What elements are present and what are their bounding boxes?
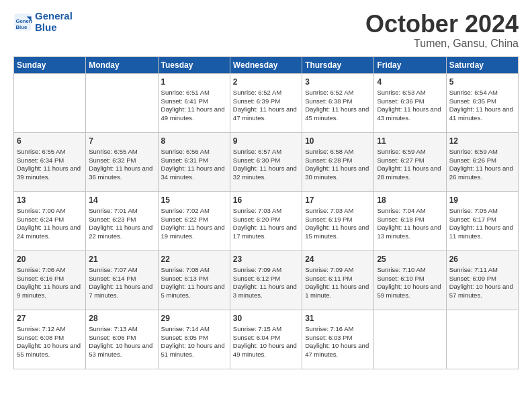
sunrise-text: Sunrise: 7:13 AM xyxy=(89,325,137,332)
header-row: Sunday Monday Tuesday Wednesday Thursday… xyxy=(14,56,519,73)
day-number: 12 xyxy=(449,136,515,146)
sunset-text: Sunset: 6:26 PM xyxy=(449,156,496,164)
sunrise-text: Sunrise: 6:58 AM xyxy=(305,148,353,155)
day-number: 26 xyxy=(449,254,515,265)
sunrise-text: Sunrise: 6:52 AM xyxy=(305,89,353,96)
daylight-text: Daylight: 11 hours and 15 minutes. xyxy=(305,224,369,240)
sunset-text: Sunset: 6:36 PM xyxy=(377,97,424,105)
logo-icon: General Blue xyxy=(13,13,32,32)
sunrise-text: Sunrise: 7:16 AM xyxy=(305,325,353,332)
cell-w5-d3: 29Sunrise: 7:14 AMSunset: 6:05 PMDayligh… xyxy=(158,310,230,369)
logo: General Blue General Blue xyxy=(13,11,73,33)
cell-w1-d6: 4Sunrise: 6:53 AMSunset: 6:36 PMDaylight… xyxy=(374,73,446,132)
cell-w1-d2 xyxy=(86,73,158,132)
col-thursday: Thursday xyxy=(302,56,374,73)
sunset-text: Sunset: 6:22 PM xyxy=(161,216,208,223)
sunrise-text: Sunrise: 7:06 AM xyxy=(17,266,65,273)
cell-w5-d7 xyxy=(446,310,518,369)
week-row-5: 27Sunrise: 7:12 AMSunset: 6:08 PMDayligh… xyxy=(14,310,519,369)
sunrise-text: Sunrise: 6:57 AM xyxy=(233,148,281,155)
logo-general-label: General xyxy=(35,11,73,22)
sunrise-text: Sunrise: 6:55 AM xyxy=(89,148,137,155)
week-row-2: 6Sunrise: 6:55 AMSunset: 6:34 PMDaylight… xyxy=(14,132,519,191)
daylight-text: Daylight: 11 hours and 47 minutes. xyxy=(233,105,297,122)
sunrise-text: Sunrise: 7:00 AM xyxy=(17,207,65,214)
cell-w5-d6 xyxy=(374,310,446,369)
sunset-text: Sunset: 6:24 PM xyxy=(17,216,64,223)
cell-w2-d2: 7Sunrise: 6:55 AMSunset: 6:32 PMDaylight… xyxy=(86,132,158,191)
daylight-text: Daylight: 10 hours and 59 minutes. xyxy=(377,283,441,299)
day-number: 17 xyxy=(305,195,371,205)
day-number: 6 xyxy=(17,136,83,146)
day-number: 19 xyxy=(449,195,515,205)
cell-w2-d7: 12Sunrise: 6:59 AMSunset: 6:26 PMDayligh… xyxy=(446,132,518,191)
svg-text:Blue: Blue xyxy=(16,24,28,30)
daylight-text: Daylight: 11 hours and 1 minute. xyxy=(305,283,369,299)
sunrise-text: Sunrise: 7:15 AM xyxy=(233,325,281,332)
sunset-text: Sunset: 6:09 PM xyxy=(449,275,496,282)
sunset-text: Sunset: 6:10 PM xyxy=(377,275,424,282)
daylight-text: Daylight: 11 hours and 34 minutes. xyxy=(161,165,225,181)
cell-w3-d6: 18Sunrise: 7:04 AMSunset: 6:18 PMDayligh… xyxy=(374,191,446,250)
daylight-text: Daylight: 11 hours and 26 minutes. xyxy=(449,165,513,181)
cell-w3-d4: 16Sunrise: 7:03 AMSunset: 6:20 PMDayligh… xyxy=(230,191,302,250)
cell-w2-d3: 8Sunrise: 6:56 AMSunset: 6:31 PMDaylight… xyxy=(158,132,230,191)
daylight-text: Daylight: 11 hours and 49 minutes. xyxy=(161,105,225,122)
daylight-text: Daylight: 11 hours and 43 minutes. xyxy=(377,105,441,122)
day-number: 8 xyxy=(161,136,227,146)
day-number: 15 xyxy=(161,195,227,205)
daylight-text: Daylight: 11 hours and 30 minutes. xyxy=(305,165,369,181)
day-number: 9 xyxy=(233,136,299,146)
daylight-text: Daylight: 10 hours and 57 minutes. xyxy=(449,283,513,299)
day-number: 27 xyxy=(17,313,83,324)
sunset-text: Sunset: 6:27 PM xyxy=(377,156,424,164)
daylight-text: Daylight: 11 hours and 7 minutes. xyxy=(89,283,152,299)
week-row-3: 13Sunrise: 7:00 AMSunset: 6:24 PMDayligh… xyxy=(14,191,519,250)
sunrise-text: Sunrise: 7:12 AM xyxy=(17,325,65,332)
sunrise-text: Sunrise: 7:07 AM xyxy=(89,266,137,273)
cell-w2-d4: 9Sunrise: 6:57 AMSunset: 6:30 PMDaylight… xyxy=(230,132,302,191)
col-saturday: Saturday xyxy=(446,56,518,73)
day-number: 3 xyxy=(305,77,371,87)
daylight-text: Daylight: 11 hours and 9 minutes. xyxy=(17,283,81,299)
sunset-text: Sunset: 6:05 PM xyxy=(161,334,208,341)
cell-w4-d1: 20Sunrise: 7:06 AMSunset: 6:16 PMDayligh… xyxy=(14,250,86,310)
day-number: 2 xyxy=(233,77,299,87)
page: General Blue General Blue October 2024 T… xyxy=(0,0,532,411)
sunrise-text: Sunrise: 7:04 AM xyxy=(377,207,425,214)
daylight-text: Daylight: 11 hours and 17 minutes. xyxy=(233,224,297,240)
day-number: 11 xyxy=(377,136,443,146)
day-number: 23 xyxy=(233,254,299,265)
sunset-text: Sunset: 6:17 PM xyxy=(449,216,496,223)
day-number: 7 xyxy=(89,136,154,146)
daylight-text: Daylight: 10 hours and 47 minutes. xyxy=(305,342,369,358)
title-block: October 2024 Tumen, Gansu, China xyxy=(365,11,519,50)
sunrise-text: Sunrise: 7:08 AM xyxy=(161,266,210,273)
day-number: 18 xyxy=(377,195,443,205)
col-friday: Friday xyxy=(374,56,446,73)
location: Tumen, Gansu, China xyxy=(365,38,519,50)
cell-w5-d5: 31Sunrise: 7:16 AMSunset: 6:03 PMDayligh… xyxy=(302,310,374,369)
day-number: 30 xyxy=(233,313,299,324)
daylight-text: Daylight: 10 hours and 49 minutes. xyxy=(233,342,297,358)
cell-w5-d1: 27Sunrise: 7:12 AMSunset: 6:08 PMDayligh… xyxy=(14,310,86,369)
sunrise-text: Sunrise: 7:14 AM xyxy=(161,325,210,332)
sunrise-text: Sunrise: 7:05 AM xyxy=(449,207,498,214)
col-wednesday: Wednesday xyxy=(230,56,302,73)
sunset-text: Sunset: 6:38 PM xyxy=(305,97,352,105)
sunset-text: Sunset: 6:28 PM xyxy=(305,156,352,164)
day-number: 5 xyxy=(449,77,515,87)
cell-w1-d1 xyxy=(14,73,86,132)
sunrise-text: Sunrise: 6:54 AM xyxy=(449,89,498,96)
daylight-text: Daylight: 11 hours and 28 minutes. xyxy=(377,165,441,181)
calendar-table: Sunday Monday Tuesday Wednesday Thursday… xyxy=(13,56,519,369)
cell-w3-d7: 19Sunrise: 7:05 AMSunset: 6:17 PMDayligh… xyxy=(446,191,518,250)
daylight-text: Daylight: 10 hours and 51 minutes. xyxy=(161,342,225,358)
day-number: 20 xyxy=(17,254,83,265)
cell-w2-d1: 6Sunrise: 6:55 AMSunset: 6:34 PMDaylight… xyxy=(14,132,86,191)
sunrise-text: Sunrise: 6:59 AM xyxy=(377,148,425,155)
sunset-text: Sunset: 6:16 PM xyxy=(17,275,64,282)
sunrise-text: Sunrise: 6:53 AM xyxy=(377,89,425,96)
daylight-text: Daylight: 11 hours and 24 minutes. xyxy=(17,224,81,240)
day-number: 24 xyxy=(305,254,371,265)
